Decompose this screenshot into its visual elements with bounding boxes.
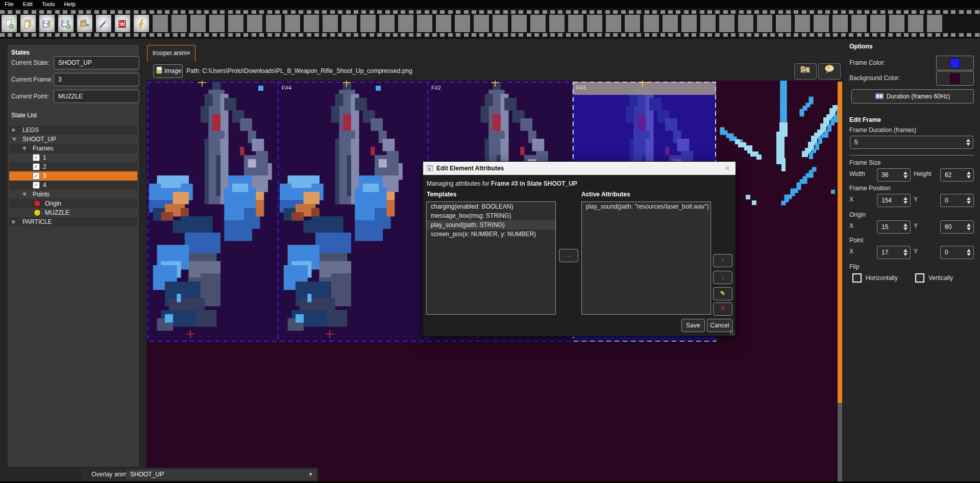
spinner-arrows-icon[interactable] bbox=[903, 248, 908, 257]
zoom-folder-button[interactable] bbox=[794, 63, 817, 80]
toolbar-slot bbox=[927, 15, 942, 32]
position-x-spinner[interactable]: 154 bbox=[877, 194, 911, 207]
chevron-expanded-icon[interactable] bbox=[12, 138, 16, 141]
save-button[interactable]: Save bbox=[681, 319, 705, 332]
spinner-arrows-icon[interactable] bbox=[967, 248, 971, 257]
toolbar-slot bbox=[606, 15, 621, 32]
dialog-close-icon[interactable]: ✕ bbox=[724, 162, 730, 175]
tree-row-shoot-up[interactable]: SHOOT_UP bbox=[9, 135, 137, 144]
tree-row-particle[interactable]: PARTICLE bbox=[9, 217, 137, 226]
overlay-anim-label: Overlay anim: bbox=[91, 471, 129, 478]
tab-trooper-anim[interactable]: trooper.anim ✕ bbox=[147, 45, 195, 61]
origin-x-spinner[interactable]: 15 bbox=[877, 220, 911, 234]
options-title: Options bbox=[849, 43, 872, 50]
image-button[interactable]: Image bbox=[153, 64, 183, 78]
spinner-arrows-icon[interactable] bbox=[967, 170, 971, 180]
position-y-spinner[interactable]: 0 bbox=[940, 194, 974, 207]
tab-label: trooper.anim bbox=[153, 49, 187, 57]
toolbar-button-open-file-icon[interactable] bbox=[20, 15, 36, 32]
frame-checkbox[interactable]: ✓ bbox=[33, 172, 40, 180]
toolbar-slot bbox=[738, 15, 753, 32]
spinner-arrows-icon[interactable] bbox=[967, 196, 971, 205]
tree-row-origin[interactable]: Origin bbox=[9, 199, 137, 208]
toolbar-button-new-file-icon[interactable] bbox=[2, 15, 17, 32]
duration-button[interactable]: Duration (frames 60Hz) bbox=[851, 89, 974, 104]
toolbar-slot bbox=[360, 15, 376, 32]
toolbar-button-save-add-icon[interactable] bbox=[58, 15, 74, 32]
y-label: Y bbox=[914, 196, 918, 203]
toolbar-slots bbox=[2, 15, 946, 32]
height-spinner[interactable]: 62 bbox=[940, 168, 974, 182]
image-file-icon bbox=[156, 66, 162, 74]
edit-attribute-button[interactable]: ✎ bbox=[713, 287, 732, 300]
toolbar-button-save-edit-icon[interactable] bbox=[39, 15, 55, 32]
active-attribute-item[interactable]: play_sound(path: "resources/laser_bolt.w… bbox=[582, 202, 710, 211]
comment-button[interactable]: “ bbox=[818, 63, 841, 80]
spinner-arrows-icon[interactable] bbox=[903, 170, 908, 180]
chevron-collapsed-icon[interactable] bbox=[12, 220, 16, 224]
overlay-anim-dropdown[interactable]: SHOOT_UP ▼ bbox=[126, 469, 316, 480]
width-spinner[interactable]: 36 bbox=[877, 168, 911, 182]
toolbar-slot bbox=[568, 15, 583, 32]
tree-row-4[interactable]: ✓ 4 bbox=[9, 181, 137, 190]
tree-row-2[interactable]: ✓ 2 bbox=[9, 162, 137, 171]
delete-attribute-button[interactable]: ✕ bbox=[713, 302, 732, 316]
cancel-button[interactable]: Cancel bbox=[707, 319, 732, 332]
frame-color-button[interactable] bbox=[936, 56, 974, 70]
point-y-spinner[interactable]: 0 bbox=[940, 246, 974, 259]
tree-row-points[interactable]: Points bbox=[9, 190, 137, 199]
point-x-spinner[interactable]: 17 bbox=[877, 246, 911, 259]
tree-row-3[interactable]: ✓ 3 bbox=[9, 171, 137, 181]
current-frame-input[interactable]: 3 bbox=[54, 73, 139, 86]
menu-item-edit[interactable]: Edit bbox=[18, 0, 37, 8]
tree-row-legs[interactable]: LEGS bbox=[9, 125, 137, 135]
background-color-button[interactable] bbox=[936, 71, 974, 86]
tree-node-label: Points bbox=[33, 190, 50, 199]
tree-row-muzzle[interactable]: MUZZLE bbox=[9, 208, 137, 217]
move-up-button[interactable]: ↑ bbox=[713, 254, 732, 267]
chevron-collapsed-icon[interactable] bbox=[12, 128, 16, 132]
menu-item-help[interactable]: Help bbox=[59, 0, 80, 8]
current-point-input[interactable]: MUZZLE bbox=[54, 90, 139, 103]
toolbar-button-export-box-icon[interactable] bbox=[77, 15, 92, 32]
templates-list[interactable]: charging(enabled: BOOLEAN)message_box(ms… bbox=[426, 201, 556, 315]
tree-row-1[interactable]: ✓ 1 bbox=[9, 153, 137, 162]
toolbar-slot bbox=[228, 15, 243, 32]
toolbar-button-video-film-icon[interactable] bbox=[115, 15, 130, 32]
spinner-arrows-icon[interactable] bbox=[966, 138, 971, 147]
add-attribute-arrow-button[interactable]: → bbox=[559, 249, 578, 262]
spinner-arrows-icon[interactable] bbox=[967, 222, 971, 232]
toolbar-slot bbox=[549, 15, 565, 32]
toolbar-button-magic-wand-icon[interactable] bbox=[96, 15, 111, 32]
flip-horizontal-checkbox[interactable] bbox=[852, 273, 862, 283]
toolbar-slot bbox=[587, 15, 602, 32]
spinner-arrows-icon[interactable] bbox=[903, 196, 908, 205]
template-item[interactable]: message_box(msg: STRING) bbox=[427, 211, 555, 220]
tab-close-icon[interactable]: ✕ bbox=[186, 45, 191, 61]
chevron-expanded-icon[interactable] bbox=[22, 147, 27, 150]
template-item[interactable]: screen_pos(x: NUMBER, y: NUMBER) bbox=[427, 230, 555, 239]
managing-subject: Frame #3 in State SHOOT_UP bbox=[491, 180, 577, 187]
frame-duration-spinner[interactable]: 5 bbox=[850, 136, 973, 149]
active-attributes-list[interactable]: play_sound(path: "resources/laser_bolt.w… bbox=[581, 201, 711, 315]
chevron-expanded-icon[interactable] bbox=[22, 193, 27, 196]
frame-checkbox[interactable]: ✓ bbox=[33, 182, 40, 189]
template-item[interactable]: play_sound(path: STRING) bbox=[427, 220, 555, 230]
template-item[interactable]: charging(enabled: BOOLEAN) bbox=[427, 202, 555, 211]
origin-y-spinner[interactable]: 60 bbox=[940, 220, 974, 234]
menu-item-file[interactable]: File bbox=[0, 0, 18, 8]
menu-item-tools[interactable]: Tools bbox=[37, 0, 60, 8]
tree-row-frames[interactable]: Frames bbox=[9, 144, 137, 153]
toolbar-slot bbox=[681, 15, 697, 32]
current-state-input[interactable]: SHOOT_UP bbox=[54, 56, 139, 69]
dialog-title-bar[interactable]: ◈Edit Element Attributes✕ bbox=[423, 162, 736, 175]
dialog-resize-grip[interactable] bbox=[729, 330, 734, 335]
frame-checkbox[interactable]: ✓ bbox=[33, 154, 40, 161]
toolbar-slot bbox=[153, 15, 168, 32]
spinner-arrows-icon[interactable] bbox=[903, 222, 908, 232]
toolbar-button-lightning-icon[interactable] bbox=[134, 15, 149, 32]
origin-y-value: 60 bbox=[945, 223, 951, 231]
move-down-button[interactable]: ↓ bbox=[713, 271, 732, 284]
flip-vertical-checkbox[interactable] bbox=[915, 273, 924, 283]
frame-checkbox[interactable]: ✓ bbox=[33, 163, 40, 170]
